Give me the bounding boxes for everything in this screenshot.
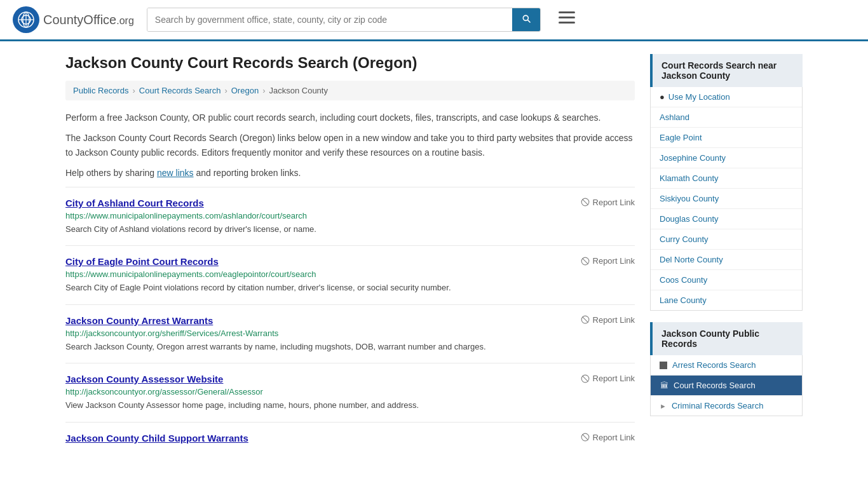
sidebar-nearby-item[interactable]: Curry County (651, 229, 802, 250)
svg-line-9 (582, 200, 587, 205)
intro-paragraph-2: The Jackson County Court Records Search … (65, 131, 635, 159)
intro-paragraph-3: Help others by sharing new links and rep… (65, 166, 635, 180)
report-icon (581, 257, 590, 266)
nearby-item-link[interactable]: Josephine County (651, 148, 802, 168)
nearby-item-link[interactable]: Curry County (651, 229, 802, 249)
breadcrumb-sep-2: › (224, 86, 227, 95)
nearby-section: Court Records Search near Jackson County… (650, 54, 803, 311)
public-records-label: Criminal Records Search (672, 401, 764, 410)
main-container: Jackson County Court Records Search (Ore… (53, 41, 815, 469)
chevron-icon: ► (660, 402, 667, 410)
use-my-location-link[interactable]: ● Use My Location (651, 87, 802, 107)
search-bar (147, 8, 541, 32)
record-title-row: Jackson County Assessor Website Report L… (65, 374, 635, 384)
nearby-item-link[interactable]: Siskiyou County (651, 189, 802, 208)
main-content: Jackson County Court Records Search (Ore… (65, 54, 635, 456)
square-icon (660, 362, 667, 369)
record-title-row: City of Eagle Point Court Records Report… (65, 256, 635, 267)
record-title-row: Jackson County Child Support Warrants Re… (65, 433, 635, 444)
report-link-button[interactable]: Report Link (581, 433, 635, 442)
svg-line-15 (582, 376, 587, 381)
breadcrumb-sep-1: › (132, 86, 135, 95)
svg-rect-7 (559, 22, 575, 24)
record-title-row: Jackson County Arrest Warrants Report Li… (65, 315, 635, 326)
record-title[interactable]: City of Ashland Court Records (65, 198, 204, 208)
record-desc: Search Jackson County, Oregon arrest war… (65, 341, 635, 353)
sidebar-nearby-item[interactable]: Douglas County (651, 209, 802, 229)
nearby-header: Court Records Search near Jackson County (650, 54, 803, 87)
logo-name: CountyOffice (43, 13, 116, 27)
report-icon (581, 315, 590, 324)
public-records-label: Arrest Records Search (672, 360, 756, 370)
svg-line-11 (582, 258, 587, 263)
pin-icon: ● (660, 92, 665, 102)
breadcrumb: Public Records › Court Records Search › … (65, 81, 635, 100)
breadcrumb-public-records[interactable]: Public Records (73, 86, 128, 95)
nearby-item-link[interactable]: Coos County (651, 270, 802, 290)
nearby-item-link[interactable]: Ashland (651, 107, 802, 127)
sidebar: Court Records Search near Jackson County… (650, 54, 803, 456)
search-button[interactable] (512, 8, 540, 31)
sidebar-nearby-item[interactable]: Klamath County (651, 168, 802, 189)
record-title[interactable]: City of Eagle Point Court Records (65, 256, 219, 267)
record-url[interactable]: https://www.municipalonlinepayments.com/… (65, 211, 635, 220)
sidebar-nearby-item[interactable]: Lane County (651, 290, 802, 310)
nearby-item-link[interactable]: Del Norte County (651, 250, 802, 269)
nearby-item-link[interactable]: Klamath County (651, 168, 802, 188)
public-records-label: Court Records Search (674, 381, 756, 390)
record-desc: View Jackson County Assessor home page, … (65, 399, 635, 412)
record-item: Jackson County Assessor Website Report L… (65, 363, 635, 422)
search-input[interactable] (147, 8, 512, 31)
sidebar-nearby-item[interactable]: Eagle Point (651, 128, 802, 148)
sidebar-nearby-item[interactable]: Ashland (651, 107, 802, 128)
record-title[interactable]: Jackson County Child Support Warrants (65, 433, 248, 444)
report-link-button[interactable]: Report Link (581, 256, 635, 266)
nearby-item-link[interactable]: Douglas County (651, 209, 802, 229)
sidebar-public-records-item[interactable]: 🏛 Court Records Search (651, 376, 802, 396)
logo-icon (13, 6, 39, 33)
public-records-header: Jackson County Public Records (650, 322, 803, 355)
sidebar-nearby-item[interactable]: ● Use My Location (651, 87, 802, 107)
sidebar-nearby-item[interactable]: Del Norte County (651, 250, 802, 270)
svg-rect-6 (559, 17, 575, 18)
nearby-item-link[interactable]: Eagle Point (651, 128, 802, 147)
sidebar-nearby-item[interactable]: Siskiyou County (651, 189, 802, 209)
public-records-link[interactable]: Arrest Records Search (651, 355, 802, 375)
logo-text: CountyOffice.org (43, 13, 134, 27)
sidebar-public-records-item[interactable]: ► Criminal Records Search (651, 396, 802, 416)
record-title[interactable]: Jackson County Assessor Website (65, 374, 223, 384)
record-url[interactable]: https://www.municipalonlinepayments.com/… (65, 269, 635, 279)
nearby-item-link[interactable]: Lane County (651, 290, 802, 310)
report-icon (581, 433, 590, 442)
breadcrumb-current: Jackson County (269, 86, 328, 95)
svg-line-17 (582, 435, 587, 440)
record-item: City of Ashland Court Records Report Lin… (65, 187, 635, 246)
record-url[interactable]: http://jacksoncountyor.org/assessor/Gene… (65, 387, 635, 396)
site-header: CountyOffice.org (0, 0, 868, 41)
report-icon (581, 374, 590, 383)
record-title-row: City of Ashland Court Records Report Lin… (65, 198, 635, 208)
sidebar-public-records-item[interactable]: Arrest Records Search (651, 355, 802, 376)
sidebar-nearby-item[interactable]: Coos County (651, 270, 802, 290)
report-link-button[interactable]: Report Link (581, 374, 635, 383)
record-title[interactable]: Jackson County Arrest Warrants (65, 315, 213, 326)
sidebar-nearby-item[interactable]: Josephine County (651, 148, 802, 168)
svg-line-13 (582, 317, 587, 322)
report-link-button[interactable]: Report Link (581, 315, 635, 325)
logo-suffix: .org (116, 15, 134, 26)
public-records-link[interactable]: ► Criminal Records Search (651, 396, 802, 416)
record-item: Jackson County Arrest Warrants Report Li… (65, 304, 635, 363)
intro3-post: and reporting broken links. (194, 168, 301, 178)
logo[interactable]: CountyOffice.org (13, 6, 134, 33)
report-icon (581, 198, 590, 207)
breadcrumb-court-records[interactable]: Court Records Search (139, 86, 221, 95)
report-link-button[interactable]: Report Link (581, 198, 635, 207)
breadcrumb-sep-3: › (262, 86, 265, 95)
public-records-link[interactable]: 🏛 Court Records Search (651, 376, 802, 395)
record-item: City of Eagle Point Court Records Report… (65, 245, 635, 304)
svg-rect-5 (559, 11, 575, 13)
menu-icon[interactable] (559, 11, 575, 28)
breadcrumb-oregon[interactable]: Oregon (231, 86, 259, 95)
new-links-link[interactable]: new links (157, 168, 194, 178)
record-url[interactable]: http://jacksoncountyor.org/sheriff/Servi… (65, 329, 635, 338)
